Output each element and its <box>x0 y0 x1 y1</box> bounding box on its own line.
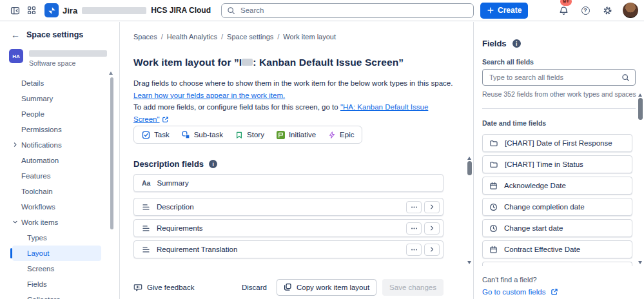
breadcrumb-separator: / <box>221 33 223 41</box>
sidebar-item-label: Types <box>27 234 47 242</box>
sidebar-item-details[interactable]: Details <box>12 75 101 91</box>
sidebar-item-features[interactable]: Features <box>12 168 101 184</box>
panel-scroll-up-arrow[interactable] <box>638 93 642 97</box>
info-icon[interactable]: i <box>512 39 521 48</box>
help-button[interactable]: ? <box>577 3 594 18</box>
main-scroll-up-arrow[interactable] <box>467 157 471 160</box>
fields-search[interactable] <box>482 69 636 86</box>
notifications-button[interactable]: 9+ <box>555 3 572 18</box>
work-type-task[interactable]: Task <box>142 131 170 139</box>
work-type-subtask[interactable]: Sub-task <box>182 131 223 139</box>
sidebar-item-label: Features <box>21 172 50 180</box>
sidebar-item-collectors[interactable]: Collectors <box>12 292 101 299</box>
custom-field-folder-icon <box>489 160 498 169</box>
sidebar-item-summary[interactable]: Summary <box>12 91 101 106</box>
field-card-change-start-date[interactable]: Change start date <box>482 219 632 237</box>
paragraph-icon <box>142 203 150 211</box>
sidebar-item-screens[interactable]: Screens <box>12 261 101 276</box>
field-card-acknowledge-date[interactable]: Acknowledge Date <box>482 177 632 195</box>
sidebar-item-label: Summary <box>21 95 53 102</box>
more-icon <box>411 225 418 232</box>
expand-field-button[interactable] <box>424 201 440 213</box>
sidebar-item-automation[interactable]: Automation <box>12 153 101 168</box>
sidebar-item-layout[interactable]: Layout <box>12 246 101 261</box>
panel-scrollbar-thumb[interactable] <box>638 98 643 120</box>
more-actions-button[interactable] <box>406 201 422 213</box>
more-actions-button[interactable] <box>406 222 422 235</box>
space-card: HA Software space <box>9 49 107 67</box>
sidebar-toggle-button[interactable] <box>6 3 23 18</box>
sidebar-item-people[interactable]: People <box>12 106 101 122</box>
sidebar-item-work-items[interactable]: Work items <box>12 215 101 230</box>
field-row-description[interactable]: Description <box>133 198 444 216</box>
field-card-chart-date-first-response[interactable]: [CHART] Date of First Response <box>482 134 632 152</box>
fields-panel: Fields i Search all fields Reuse 352 fie… <box>473 22 644 299</box>
give-feedback-button[interactable]: Give feedback <box>133 283 195 292</box>
description-fields-header: Description fields i <box>133 159 444 169</box>
sidebar-item-label: Fields <box>27 280 47 288</box>
field-card-change-completion-date[interactable]: Change completion date <box>482 198 632 216</box>
external-link-icon <box>551 288 558 296</box>
sidebar-scroll-up-arrow[interactable] <box>109 72 113 75</box>
app-switcher-button[interactable] <box>23 3 40 18</box>
sidebar-item-workflows[interactable]: Workflows <box>12 199 101 215</box>
breadcrumb-health-analytics[interactable]: Health Analytics <box>167 33 217 41</box>
product-name: Jira <box>63 6 77 15</box>
breadcrumb-space-settings[interactable]: Space settings <box>227 33 273 41</box>
date-time-fields-header: Date and time fields <box>482 119 644 127</box>
fields-search-input[interactable] <box>488 73 618 82</box>
global-search-input[interactable] <box>239 6 468 15</box>
copy-icon <box>284 283 292 291</box>
create-button[interactable]: Create <box>480 3 528 19</box>
sidebar-item-label: Collectors <box>27 296 60 299</box>
learn-fields-link[interactable]: Learn how your fields appear in the work… <box>133 92 285 99</box>
go-to-custom-fields-link[interactable]: Go to custom fields <box>482 288 644 296</box>
feedback-bubble-icon <box>133 283 142 292</box>
sidebar-item-permissions[interactable]: Permissions <box>12 122 101 137</box>
work-type-initiative[interactable]: Initiative <box>277 131 316 139</box>
chevron-right-icon <box>429 246 435 253</box>
breadcrumb-spaces[interactable]: Spaces <box>133 33 157 41</box>
breadcrumb-separator: / <box>161 33 163 41</box>
info-icon[interactable]: i <box>209 160 217 168</box>
field-row-requirements[interactable]: Requirements <box>133 219 444 237</box>
work-type-story[interactable]: Story <box>235 131 264 139</box>
sidebar-item-fields[interactable]: Fields <box>12 276 101 292</box>
field-card-label: Contract Effective Date <box>504 246 580 253</box>
field-row-summary[interactable]: Aa Summary <box>133 174 444 192</box>
user-avatar[interactable] <box>623 3 638 18</box>
field-row-requirement-translation[interactable]: Requirement Translation <box>133 240 444 258</box>
expand-field-button[interactable] <box>424 244 440 256</box>
work-type-label: Epic <box>340 131 354 139</box>
sidebar-item-notifications[interactable]: Notifications <box>12 137 101 153</box>
save-changes-button[interactable]: Save changes <box>382 279 444 296</box>
main-scroll-down-arrow[interactable] <box>467 261 471 264</box>
sidebar-item-types[interactable]: Types <box>12 230 101 246</box>
copy-layout-button[interactable]: Copy work item layout <box>277 279 376 296</box>
layout-action-bar: Give feedback Discard Copy work item lay… <box>120 275 473 299</box>
sidebar-item-label: People <box>21 110 44 118</box>
jira-logo-icon[interactable] <box>44 3 59 17</box>
expand-field-button[interactable] <box>424 222 440 235</box>
custom-fields-link-label: Go to custom fields <box>482 288 545 296</box>
back-arrow-icon[interactable]: ← <box>11 30 20 39</box>
field-card-clipped[interactable] <box>482 262 632 266</box>
settings-button[interactable] <box>599 3 616 18</box>
org-name: HCS JIRA Cloud <box>151 6 211 15</box>
field-card-chart-time-in-status[interactable]: [CHART] Time in Status <box>482 155 632 173</box>
chevron-right-icon <box>12 142 18 148</box>
work-type-epic[interactable]: Epic <box>328 131 354 139</box>
grid-icon <box>27 6 36 15</box>
more-actions-button[interactable] <box>406 244 422 256</box>
breadcrumb-current: Work item layout <box>283 33 336 41</box>
sidebar-scrollbar-thumb[interactable] <box>110 77 113 229</box>
sidebar-item-label: Automation <box>21 157 59 164</box>
main-scrollbar-thumb[interactable] <box>467 161 472 175</box>
sidebar-item-toolchain[interactable]: Toolchain <box>12 184 101 199</box>
field-row-label: Description <box>157 203 194 211</box>
global-search[interactable] <box>221 3 474 18</box>
discard-button[interactable]: Discard <box>238 284 271 291</box>
panel-scroll-down-arrow[interactable] <box>638 261 642 264</box>
field-card-contract-effective-date[interactable]: Contract Effective Date <box>482 240 632 258</box>
clock-icon <box>489 224 498 233</box>
